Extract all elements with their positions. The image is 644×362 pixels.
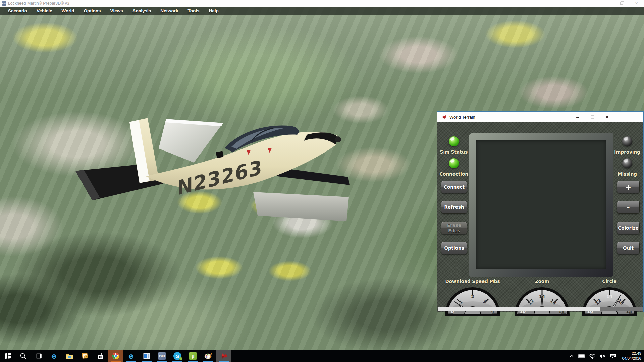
aircraft: N23263 xyxy=(64,114,359,235)
hidden-icons-chevron-icon[interactable] xyxy=(568,352,575,360)
prepar3d-icon[interactable]: P3D xyxy=(154,350,170,362)
chrome-icon[interactable] xyxy=(108,350,123,362)
improving-label: Improving xyxy=(607,149,644,155)
file-explorer-icon[interactable] xyxy=(62,350,77,362)
colorize-button[interactable]: Colorize xyxy=(617,222,640,234)
terrain-display-screen xyxy=(476,140,606,269)
missing-label: Missing xyxy=(607,171,644,177)
search-icon[interactable] xyxy=(15,350,31,362)
connection-led xyxy=(449,158,459,168)
store-icon[interactable] xyxy=(93,350,108,362)
sim-status-led xyxy=(449,136,459,146)
world-terrain-dialog: World Terrain – ✕ Sim Status Connection … xyxy=(437,111,644,312)
action-center-icon[interactable] xyxy=(609,352,617,360)
close-icon[interactable]: ✕ xyxy=(629,0,644,7)
zoom-in-button[interactable]: + xyxy=(617,181,640,193)
missing-led xyxy=(622,158,632,168)
task-view-icon[interactable] xyxy=(31,350,46,362)
start-button[interactable] xyxy=(0,350,15,362)
gauge-title: Download Speed Mbs xyxy=(444,279,501,284)
photos-app-icon[interactable] xyxy=(139,350,154,362)
aircraft-right-wing xyxy=(253,192,349,221)
quit-button[interactable]: Quit xyxy=(617,242,640,254)
menu-scenario[interactable]: Scenario xyxy=(3,7,32,14)
connection-label: Connection xyxy=(434,171,474,177)
options-button[interactable]: Options xyxy=(441,242,467,254)
gauge-title: Circle xyxy=(581,279,638,284)
svg-text:14: 14 xyxy=(606,294,612,299)
internet-explorer-icon[interactable]: e xyxy=(123,350,139,362)
menu-views[interactable]: Views xyxy=(106,7,128,14)
dialog-body: Sim Status Connection Connect Refresh Er… xyxy=(437,122,643,312)
wifi-icon[interactable] xyxy=(589,352,596,360)
skype-icon[interactable]: S xyxy=(170,350,185,362)
mail-icon[interactable] xyxy=(77,350,93,362)
taskbar: e e xyxy=(0,350,644,362)
zoom-out-button[interactable]: - xyxy=(617,201,640,214)
restore-icon[interactable] xyxy=(614,0,629,7)
gauge-download-speed: Download Speed Mbs 0 1 2 3 xyxy=(444,279,501,317)
taskbar-clock[interactable]: 22:49 04/04/2016 xyxy=(620,351,641,361)
clock-date: 04/04/2016 xyxy=(622,356,641,361)
refresh-button[interactable]: Refresh xyxy=(441,201,467,214)
system-tray: 22:49 04/04/2016 xyxy=(568,350,644,362)
menu-network[interactable]: Network xyxy=(156,7,183,14)
battery-icon[interactable] xyxy=(578,352,586,360)
paint-icon[interactable] xyxy=(201,350,216,362)
gauge-title: Zoom xyxy=(514,279,570,284)
dialog-horizontal-scrollbar[interactable] xyxy=(438,307,643,311)
connect-button[interactable]: Connect xyxy=(441,181,467,193)
svg-text:2: 2 xyxy=(471,294,474,299)
sim-status-label: Sim Status xyxy=(434,149,474,155)
clock-time: 22:49 xyxy=(622,351,641,356)
red-plane-icon xyxy=(441,115,447,119)
gauge-zoom: Zoom 10 12 14 16 18 xyxy=(514,279,570,317)
menu-analysis[interactable]: Analysis xyxy=(128,7,156,14)
dialog-titlebar[interactable]: World Terrain – ✕ xyxy=(437,112,643,122)
menu-vehicle[interactable]: Vehicle xyxy=(32,7,57,14)
menu-world[interactable]: World xyxy=(57,7,79,14)
erase-files-button[interactable]: Erase Files xyxy=(441,222,467,234)
app-title: Lockheed Martin® Prepar3D® v3 xyxy=(8,1,69,6)
app-icon: P3D xyxy=(2,1,6,6)
improving-led xyxy=(622,136,632,146)
scrollbar-thumb[interactable] xyxy=(600,307,643,311)
menu-options[interactable]: Options xyxy=(79,7,106,14)
menu-tools[interactable]: Tools xyxy=(183,7,204,14)
terrain-display-panel xyxy=(469,133,613,277)
main-window-titlebar: P3D Lockheed Martin® Prepar3D® v3 – ✕ xyxy=(0,0,644,7)
volume-muted-icon[interactable] xyxy=(599,352,606,360)
dialog-close-icon[interactable]: ✕ xyxy=(600,112,614,122)
minimize-icon[interactable]: – xyxy=(599,0,614,7)
dialog-minimize-icon[interactable]: – xyxy=(571,112,584,122)
gauge-circle: Circle 10 12 14 16 18 xyxy=(581,279,638,317)
world-terrain-taskbar-icon[interactable] xyxy=(216,350,231,362)
edge-icon[interactable]: e xyxy=(46,350,62,362)
menu-help[interactable]: Help xyxy=(204,7,223,14)
dialog-maximize-icon[interactable] xyxy=(586,112,599,122)
dialog-title: World Terrain xyxy=(449,115,475,120)
menu-bar: Scenario Vehicle World Options Views Ana… xyxy=(0,7,644,15)
utorrent-icon[interactable]: µ xyxy=(185,350,201,362)
